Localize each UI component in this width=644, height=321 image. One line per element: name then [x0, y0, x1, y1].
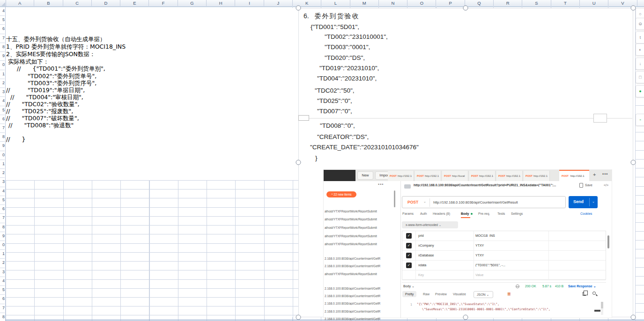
row-header[interactable]: 8	[0, 223, 5, 232]
sidebar-request-item[interactable]: alhost/YTXFReportWork/ReportSubmit	[325, 272, 393, 276]
row-header[interactable]: 1	[0, 70, 5, 79]
table-scrollbar[interactable]	[607, 235, 609, 248]
row-header[interactable]: 8	[0, 313, 5, 321]
column-header[interactable]: B	[34, 0, 63, 6]
column-header[interactable]: C	[63, 0, 92, 6]
save-button[interactable]: Save	[585, 183, 592, 187]
row-header[interactable]: 8	[0, 132, 5, 142]
column-header[interactable]: N	[379, 0, 407, 6]
param-row[interactable]: ✓ prid MOCI18_INS	[402, 231, 606, 241]
sidebar-more-icon[interactable]: •••	[378, 182, 384, 187]
column-header[interactable]: E	[120, 0, 149, 6]
sidebar-request-item[interactable]: 2.168.0.100:8036/api/CounterInsert/GetR	[325, 287, 393, 290]
param-value[interactable]: YTXY	[475, 254, 546, 257]
new-tab-icon[interactable]: +	[593, 172, 596, 177]
param-value[interactable]: MOCI18_INS	[475, 234, 546, 237]
method-select[interactable]: POST	[407, 200, 418, 204]
row-header[interactable]: 1	[0, 160, 5, 169]
request-section-tab[interactable]: Headers (8)	[433, 212, 450, 215]
column-header[interactable]: R	[494, 0, 522, 6]
response-view-tab[interactable]: Pretty	[402, 291, 416, 297]
selection-handle-middle-left[interactable]	[296, 160, 301, 165]
row-header[interactable]: 3	[0, 268, 5, 277]
row-header[interactable]: 6	[0, 24, 5, 34]
side-toolbar-icon[interactable]: ↓	[636, 58, 644, 70]
sidebar-request-item[interactable]: 2.168.0.100:8036/api/CounterInsert/GetR	[325, 302, 393, 305]
side-toolbar-icon[interactable]: ⊖	[636, 18, 644, 30]
row-header[interactable]: 3	[0, 177, 5, 187]
send-button[interactable]: Send ⌄	[569, 196, 598, 208]
param-value[interactable]: YTXY	[475, 244, 546, 247]
column-header[interactable]: J	[264, 0, 293, 6]
wrap-lines-icon[interactable]: ≣	[507, 292, 511, 296]
request-section-tab[interactable]: Tests	[497, 212, 505, 215]
row-header[interactable]: 4	[0, 96, 5, 106]
split-handle-left[interactable]	[298, 115, 309, 121]
code-snippet-icon[interactable]: </>	[604, 183, 608, 187]
request-tab[interactable]: POSThttp://192.1	[496, 171, 523, 181]
column-header[interactable]: O	[407, 0, 436, 6]
column-header[interactable]: S	[522, 0, 551, 6]
column-header[interactable]: Q	[465, 0, 494, 6]
selection-handle-top-right[interactable]	[631, 6, 636, 11]
row-header[interactable]: 7	[0, 213, 5, 223]
row-header[interactable]: 7	[0, 124, 5, 133]
row-header[interactable]: 6	[0, 204, 5, 214]
sidebar-request-item[interactable]: 2.168.0.100:8036/api/CounterInsert/GetR	[325, 310, 393, 313]
request-tab[interactable]: POSThttp://192.1	[469, 171, 496, 181]
row-header[interactable]: 2	[0, 168, 5, 178]
selection-handle-top-left[interactable]	[296, 6, 301, 11]
param-checkbox[interactable]: ✓	[406, 263, 412, 268]
request-section-tab[interactable]: Params	[402, 212, 414, 215]
column-header[interactable]: H	[207, 0, 235, 6]
param-value[interactable]: Value	[475, 273, 546, 277]
param-key[interactable]: prid	[418, 234, 424, 237]
request-tab[interactable]: POSThttp://local	[442, 171, 468, 181]
row-header[interactable]: 3	[0, 88, 5, 97]
sidebar-request-item[interactable]: 2.168.0.100:8036/api/CounterInsert/GetR	[325, 294, 393, 298]
cookies-link[interactable]: Cookies	[580, 212, 592, 215]
sidebar-request-item[interactable]: 2.168.0.100:8036/api/CounterInsert/GetR	[325, 257, 393, 260]
split-handle-right[interactable]	[593, 114, 607, 123]
row-header[interactable]: 7	[0, 34, 5, 43]
copy-icon[interactable]	[583, 292, 586, 296]
row-header[interactable]: 5	[0, 106, 5, 115]
param-checkbox[interactable]: ✓	[406, 253, 412, 258]
select-all-corner[interactable]	[0, 0, 6, 7]
selection-handle-middle-right[interactable]	[631, 160, 636, 165]
sidebar-scrollbar[interactable]	[394, 190, 395, 207]
row-header[interactable]: 2	[0, 79, 5, 88]
save-response-button[interactable]: Save Response ⌄	[568, 285, 596, 288]
response-scrollbar-vertical[interactable]	[601, 302, 603, 315]
sidebar-request-item[interactable]: alhost/YTXFReportWork/ReportSubmit	[325, 234, 393, 238]
row-header[interactable]: 7	[0, 304, 5, 313]
request-section-tab[interactable]: Body	[461, 212, 469, 215]
sidebar-request-item[interactable]: alhost/YTXFReportWork/ReportSubmit	[325, 226, 393, 229]
row-header[interactable]: 0	[0, 151, 5, 160]
response-view-tab[interactable]: Preview	[435, 292, 447, 296]
column-header[interactable]: A	[6, 0, 34, 6]
row-header[interactable]: 5	[0, 196, 5, 205]
row-header[interactable]: 6	[0, 294, 5, 304]
sidebar-request-item[interactable]: alhost/YTXFReportWork/ReportSubmit	[325, 218, 393, 221]
request-section-tab[interactable]: Auth	[420, 212, 427, 215]
param-row[interactable]: ✓ xdata {"TD001":"5D01", -...	[402, 261, 606, 270]
param-row[interactable]: ✓ xCompany YTXY	[402, 241, 606, 251]
column-header[interactable]: D	[92, 0, 120, 6]
row-header[interactable]: 0	[0, 60, 5, 70]
param-key[interactable]: xCompany	[418, 244, 434, 247]
row-header[interactable]: 4	[0, 187, 5, 196]
body-type-dropdown[interactable]: x-www-form-urlencoded ⌄	[402, 221, 458, 228]
param-value[interactable]: {"TD001":"5D01", -...	[475, 263, 546, 267]
row-header[interactable]: 1	[0, 249, 5, 259]
row-header[interactable]: 5	[0, 285, 5, 295]
param-checkbox[interactable]: ✓	[406, 233, 412, 239]
row-header[interactable]: 4	[0, 7, 5, 16]
sidebar-request-item[interactable]: alhost/YTXFReportWork/ReportSubmit	[325, 210, 393, 213]
request-section-tab[interactable]: Settings	[511, 212, 523, 215]
param-key[interactable]: Key	[418, 273, 424, 277]
column-header[interactable]: I	[235, 0, 264, 6]
side-toolbar-icon[interactable]: ▫	[636, 114, 644, 126]
column-header[interactable]: G	[178, 0, 207, 6]
selection-handle-top-middle[interactable]	[463, 6, 468, 11]
